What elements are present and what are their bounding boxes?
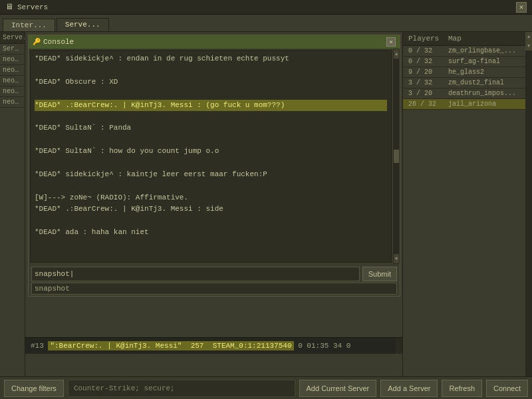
add-current-server-button[interactable]: Add Current Server (299, 380, 377, 397)
chat-line (35, 180, 387, 192)
chat-line (35, 111, 387, 122)
list-item[interactable]: neon... (0, 76, 25, 86)
chat-line (35, 88, 387, 99)
main-window: 🖥 Servers ✕ Inter... Serve... Serve... S… (0, 0, 532, 399)
player-score: 34 (333, 342, 342, 350)
player-id: 257 (191, 342, 204, 350)
player-number: #13 (31, 342, 44, 350)
chat-line: *DEAD* sidekickje^ : kaintje leer eerst … (35, 169, 387, 180)
map-column-header: Map (446, 33, 523, 44)
list-item[interactable]: neon... (0, 55, 25, 65)
players-cell: 26 / 32 (406, 99, 446, 109)
players-cell: 3 / 20 (406, 88, 446, 98)
console-input-area: Submit (29, 264, 400, 283)
server-list-items: Serve... neon... neon... neon... neon...… (0, 44, 25, 108)
right-scroll-down-button[interactable]: ▼ (525, 41, 532, 51)
scroll-down-button[interactable]: ▼ (394, 254, 399, 263)
player-deaths: 0 (346, 342, 351, 350)
chat-line: [W]---> zoNe~ (RADIO): Affirmative. (35, 192, 387, 203)
title-bar-left: 🖥 Servers (5, 2, 48, 12)
right-panel-data: Players Map 0 / 32 zm_orlingbase_... 0 /… (403, 32, 525, 376)
scroll-up-button[interactable]: ▲ (394, 49, 399, 59)
players-cell: 0 / 32 (406, 57, 446, 66)
map-cell: jail_arizona (446, 99, 523, 109)
main-content: 🔑 Console ✕ *DEAD* sidekickje^ : endan i… (25, 32, 402, 376)
map-cell: zm_orlingbase_... (446, 46, 523, 56)
chat-line: *DEAD* SultaN` : how do you count jump o… (35, 146, 387, 157)
table-row-selected[interactable]: 26 / 32 jail_arizona (403, 99, 525, 110)
console-title-left: 🔑 Console (33, 38, 74, 46)
chat-line (35, 215, 387, 226)
steam-id: STEAM_0:1:21137540 (213, 342, 292, 350)
map-cell: deathrun_impos... (446, 88, 523, 98)
content-area: Serve... Serve... neon... neon... neon..… (0, 32, 532, 376)
window-title: Servers (17, 3, 48, 11)
table-row[interactable]: 0 / 32 surf_ag-final (403, 57, 525, 67)
bottom-bar: Change filters Counter-Strike; secure; A… (0, 376, 532, 399)
console-title: Console (43, 38, 74, 46)
chat-line: *DEAD* Obscure : XD (35, 76, 387, 88)
tab-bar: Inter... Serve... (0, 15, 532, 32)
chat-line: *DEAD* SultaN` : Panda (35, 122, 387, 134)
map-cell: zm_dust2_final (446, 78, 523, 88)
list-item[interactable]: neon... (0, 97, 25, 108)
right-panel: Players Map 0 / 32 zm_orlingbase_... 0 /… (402, 32, 532, 376)
players-column-header: Players (406, 33, 446, 44)
right-panel-inner: Players Map 0 / 32 zm_orlingbase_... 0 /… (403, 32, 532, 376)
tab-internet[interactable]: Inter... (3, 19, 55, 31)
console-close-button[interactable]: ✕ (386, 37, 396, 47)
list-item[interactable]: neon... (0, 65, 25, 76)
players-cell: 3 / 32 (406, 78, 446, 88)
chat-line: *DEAD* ada : haha kan niet (35, 227, 387, 238)
table-row[interactable]: 3 / 20 deathrun_impos... (403, 88, 525, 99)
chat-line (35, 134, 387, 146)
right-scrollbar[interactable]: ▲ ▼ (525, 32, 532, 376)
table-row[interactable]: 3 / 32 zm_dust2_final (403, 78, 525, 88)
monitor-icon: 🖥 (5, 2, 13, 12)
map-cell: surf_ag-final (446, 57, 523, 66)
console-title-bar: 🔑 Console ✕ (29, 35, 400, 49)
map-cell: he_glass2 (446, 67, 523, 77)
console-window: 🔑 Console ✕ *DEAD* sidekickje^ : endan i… (28, 35, 400, 297)
chat-line: *DEAD* .:BearCrew:. | K@inTj3. Messi : s… (35, 203, 387, 215)
chat-line: *DEAD* sidekickje^ : endan in de rug sch… (35, 53, 387, 65)
table-row[interactable]: 9 / 20 he_glass2 (403, 67, 525, 78)
server-list-panel: Serve... Serve... neon... neon... neon..… (0, 32, 25, 376)
refresh-button[interactable]: Refresh (442, 380, 482, 397)
submit-button[interactable]: Submit (362, 267, 397, 281)
chat-line (35, 65, 387, 76)
chat-line-highlighted: *DEAD* .:BearCrew:. | K@inTj3. Messi : (… (35, 100, 387, 111)
window-close-button[interactable]: ✕ (516, 2, 527, 13)
table-row[interactable]: 0 / 32 zm_orlingbase_... (403, 46, 525, 57)
status-bar: #13 ":BearCrew:. | K@inTj3. Messi" 257 S… (25, 338, 396, 354)
status-scrollbar[interactable] (396, 338, 402, 354)
key-icon: 🔑 (33, 38, 41, 46)
console-scrollbar[interactable]: ▲ ▼ (393, 49, 400, 264)
add-server-button[interactable]: Add a Server (380, 380, 438, 397)
player-time: 0 01:35 (298, 342, 329, 350)
connect-button[interactable]: Connect (486, 380, 528, 397)
list-item[interactable]: Serve... (0, 44, 25, 55)
filter-display: Counter-Strike; secure; (68, 380, 295, 397)
console-input[interactable] (31, 267, 360, 281)
chat-line (35, 158, 387, 169)
players-cell: 9 / 20 (406, 67, 446, 77)
right-scroll-up-button[interactable]: ▲ (525, 32, 532, 41)
server-list-header: Serve... (0, 32, 25, 44)
player-name: ":BearCrew:. | K@inTj3. Messi" (50, 342, 182, 350)
players-cell: 0 / 32 (406, 46, 446, 56)
scroll-thumb[interactable] (394, 150, 399, 163)
title-bar: 🖥 Servers ✕ (0, 0, 532, 15)
tab-servers[interactable]: Serve... (57, 18, 109, 31)
table-header: Players Map (403, 32, 525, 46)
change-filters-button[interactable]: Change filters (4, 380, 64, 397)
console-chat-area: *DEAD* sidekickje^ : endan in de rug sch… (30, 50, 392, 263)
list-item[interactable]: neon... (0, 86, 25, 97)
player-name-highlight: ":BearCrew:. | K@inTj3. Messi" 257 STEAM… (48, 341, 293, 350)
autocomplete-dropdown[interactable]: snapshot (31, 283, 397, 295)
status-bar-area: #13 ":BearCrew:. | K@inTj3. Messi" 257 S… (25, 337, 402, 354)
